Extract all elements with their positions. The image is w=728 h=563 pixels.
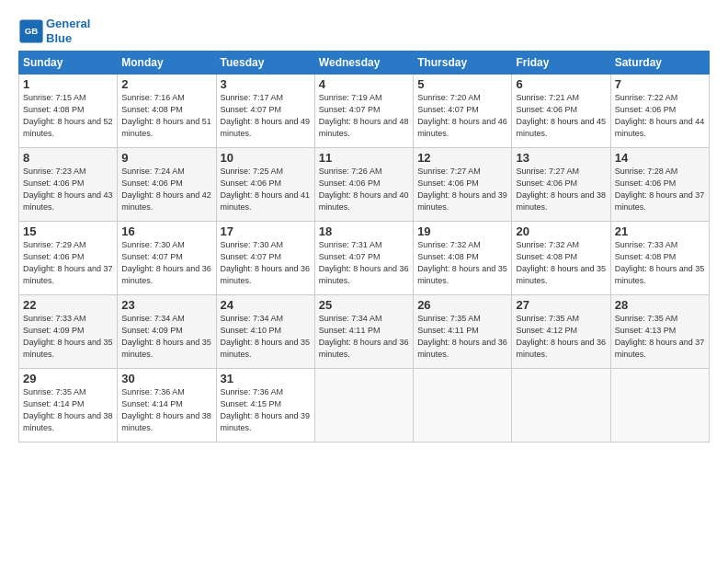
day-info: Sunrise: 7:20 AMSunset: 4:07 PMDaylight:… (417, 92, 507, 140)
day-number: 4 (319, 77, 409, 91)
day-number: 24 (221, 298, 311, 312)
day-number: 12 (417, 151, 507, 165)
day-info: Sunrise: 7:16 AMSunset: 4:08 PMDaylight:… (121, 92, 211, 140)
calendar-row-5: 29 Sunrise: 7:35 AMSunset: 4:14 PMDaylig… (19, 369, 710, 442)
day-info: Sunrise: 7:23 AMSunset: 4:06 PMDaylight:… (23, 166, 113, 213)
day-number: 19 (417, 224, 507, 238)
day-info: Sunrise: 7:29 AMSunset: 4:06 PMDaylight:… (23, 239, 113, 287)
day-info: Sunrise: 7:28 AMSunset: 4:06 PMDaylight:… (615, 166, 705, 213)
calendar-cell: 4 Sunrise: 7:19 AMSunset: 4:07 PMDayligh… (314, 75, 413, 148)
calendar-cell: 7 Sunrise: 7:22 AMSunset: 4:06 PMDayligh… (610, 75, 709, 148)
day-info: Sunrise: 7:33 AMSunset: 4:08 PMDaylight:… (615, 239, 705, 287)
day-number: 21 (615, 224, 705, 238)
calendar-cell: 11 Sunrise: 7:26 AMSunset: 4:06 PMDaylig… (314, 148, 413, 222)
calendar-row-2: 8 Sunrise: 7:23 AMSunset: 4:06 PMDayligh… (19, 148, 710, 222)
calendar-cell: 21 Sunrise: 7:33 AMSunset: 4:08 PMDaylig… (610, 222, 709, 295)
col-header-monday: Monday (118, 52, 216, 75)
header: GB General Blue (18, 17, 710, 45)
calendar-cell: 14 Sunrise: 7:28 AMSunset: 4:06 PMDaylig… (610, 148, 709, 222)
day-number: 10 (221, 151, 311, 165)
day-info: Sunrise: 7:21 AMSunset: 4:06 PMDaylight:… (516, 92, 606, 140)
day-info: Sunrise: 7:35 AMSunset: 4:14 PMDaylight:… (23, 386, 113, 434)
day-number: 1 (23, 77, 113, 91)
day-info: Sunrise: 7:35 AMSunset: 4:12 PMDaylight:… (516, 313, 606, 361)
calendar-cell: 23 Sunrise: 7:34 AMSunset: 4:09 PMDaylig… (118, 295, 216, 369)
col-header-saturday: Saturday (610, 52, 709, 75)
day-number: 7 (615, 77, 705, 91)
day-info: Sunrise: 7:36 AMSunset: 4:14 PMDaylight:… (121, 386, 211, 434)
day-number: 6 (516, 77, 606, 91)
day-number: 25 (319, 298, 409, 312)
calendar-cell: 27 Sunrise: 7:35 AMSunset: 4:12 PMDaylig… (512, 295, 610, 369)
calendar-cell: 20 Sunrise: 7:32 AMSunset: 4:08 PMDaylig… (512, 222, 610, 295)
day-info: Sunrise: 7:32 AMSunset: 4:08 PMDaylight:… (417, 239, 507, 287)
day-info: Sunrise: 7:34 AMSunset: 4:10 PMDaylight:… (221, 313, 311, 361)
day-number: 30 (121, 372, 211, 385)
day-info: Sunrise: 7:26 AMSunset: 4:06 PMDaylight:… (319, 166, 409, 213)
day-info: Sunrise: 7:25 AMSunset: 4:06 PMDaylight:… (221, 166, 311, 213)
day-info: Sunrise: 7:31 AMSunset: 4:07 PMDaylight:… (319, 239, 409, 287)
calendar-cell (414, 369, 512, 442)
day-number: 29 (23, 372, 113, 385)
day-number: 20 (516, 224, 606, 238)
col-header-wednesday: Wednesday (314, 52, 413, 75)
calendar-cell: 15 Sunrise: 7:29 AMSunset: 4:06 PMDaylig… (19, 222, 118, 295)
day-number: 15 (23, 224, 113, 238)
col-header-thursday: Thursday (414, 52, 512, 75)
day-info: Sunrise: 7:34 AMSunset: 4:09 PMDaylight:… (121, 313, 211, 361)
day-info: Sunrise: 7:30 AMSunset: 4:07 PMDaylight:… (121, 239, 211, 287)
calendar-cell: 13 Sunrise: 7:27 AMSunset: 4:06 PMDaylig… (512, 148, 610, 222)
calendar-cell: 6 Sunrise: 7:21 AMSunset: 4:06 PMDayligh… (512, 75, 610, 148)
day-number: 13 (516, 151, 606, 165)
day-number: 27 (516, 298, 606, 312)
calendar-row-4: 22 Sunrise: 7:33 AMSunset: 4:09 PMDaylig… (19, 295, 710, 369)
day-info: Sunrise: 7:35 AMSunset: 4:13 PMDaylight:… (615, 313, 705, 361)
day-number: 9 (121, 151, 211, 165)
calendar-cell: 19 Sunrise: 7:32 AMSunset: 4:08 PMDaylig… (414, 222, 512, 295)
day-info: Sunrise: 7:17 AMSunset: 4:07 PMDaylight:… (221, 92, 311, 140)
day-info: Sunrise: 7:30 AMSunset: 4:07 PMDaylight:… (221, 239, 311, 287)
day-number: 18 (319, 224, 409, 238)
calendar-cell: 12 Sunrise: 7:27 AMSunset: 4:06 PMDaylig… (414, 148, 512, 222)
logo: GB General Blue (18, 17, 90, 45)
calendar-cell: 3 Sunrise: 7:17 AMSunset: 4:07 PMDayligh… (216, 75, 314, 148)
calendar-cell: 22 Sunrise: 7:33 AMSunset: 4:09 PMDaylig… (19, 295, 118, 369)
calendar-cell: 26 Sunrise: 7:35 AMSunset: 4:11 PMDaylig… (414, 295, 512, 369)
day-number: 8 (23, 151, 113, 165)
day-number: 28 (615, 298, 705, 312)
day-info: Sunrise: 7:35 AMSunset: 4:11 PMDaylight:… (417, 313, 507, 361)
col-header-tuesday: Tuesday (216, 52, 314, 75)
calendar-cell: 31 Sunrise: 7:36 AMSunset: 4:15 PMDaylig… (216, 369, 314, 442)
day-info: Sunrise: 7:34 AMSunset: 4:11 PMDaylight:… (319, 313, 409, 361)
calendar-cell: 16 Sunrise: 7:30 AMSunset: 4:07 PMDaylig… (118, 222, 216, 295)
calendar-cell: 18 Sunrise: 7:31 AMSunset: 4:07 PMDaylig… (314, 222, 413, 295)
calendar-cell: 25 Sunrise: 7:34 AMSunset: 4:11 PMDaylig… (314, 295, 413, 369)
page: GB General Blue SundayMondayTuesdayWedne… (0, 0, 728, 454)
day-number: 16 (121, 224, 211, 238)
day-number: 2 (121, 77, 211, 91)
calendar-cell (314, 369, 413, 442)
calendar-cell: 29 Sunrise: 7:35 AMSunset: 4:14 PMDaylig… (19, 369, 118, 442)
day-info: Sunrise: 7:32 AMSunset: 4:08 PMDaylight:… (516, 239, 606, 287)
calendar-cell: 28 Sunrise: 7:35 AMSunset: 4:13 PMDaylig… (610, 295, 709, 369)
logo-text: General Blue (46, 17, 90, 45)
calendar-cell: 1 Sunrise: 7:15 AMSunset: 4:08 PMDayligh… (19, 75, 118, 148)
col-header-friday: Friday (512, 52, 610, 75)
calendar-cell: 30 Sunrise: 7:36 AMSunset: 4:14 PMDaylig… (118, 369, 216, 442)
day-info: Sunrise: 7:22 AMSunset: 4:06 PMDaylight:… (615, 92, 705, 140)
calendar-cell: 17 Sunrise: 7:30 AMSunset: 4:07 PMDaylig… (216, 222, 314, 295)
day-info: Sunrise: 7:27 AMSunset: 4:06 PMDaylight:… (417, 166, 507, 213)
calendar-cell: 24 Sunrise: 7:34 AMSunset: 4:10 PMDaylig… (216, 295, 314, 369)
calendar-cell: 9 Sunrise: 7:24 AMSunset: 4:06 PMDayligh… (118, 148, 216, 222)
calendar-row-3: 15 Sunrise: 7:29 AMSunset: 4:06 PMDaylig… (19, 222, 710, 295)
col-header-sunday: Sunday (19, 52, 118, 75)
day-number: 11 (319, 151, 409, 165)
svg-text:GB: GB (25, 25, 39, 35)
day-info: Sunrise: 7:36 AMSunset: 4:15 PMDaylight:… (221, 386, 311, 434)
day-info: Sunrise: 7:27 AMSunset: 4:06 PMDaylight:… (516, 166, 606, 213)
day-info: Sunrise: 7:15 AMSunset: 4:08 PMDaylight:… (23, 92, 113, 140)
day-number: 5 (417, 77, 507, 91)
calendar-cell: 2 Sunrise: 7:16 AMSunset: 4:08 PMDayligh… (118, 75, 216, 148)
calendar-row-1: 1 Sunrise: 7:15 AMSunset: 4:08 PMDayligh… (19, 75, 710, 148)
day-info: Sunrise: 7:33 AMSunset: 4:09 PMDaylight:… (23, 313, 113, 361)
